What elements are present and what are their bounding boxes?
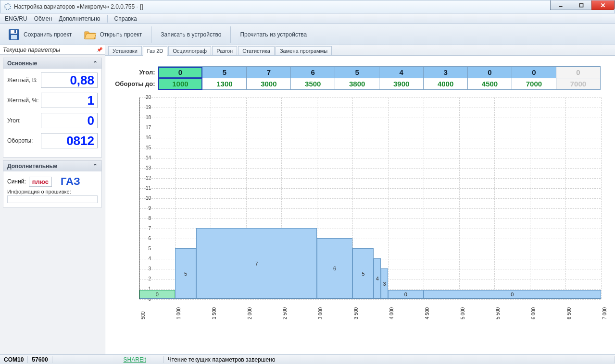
grid-rpm-cell[interactable]: 3500 xyxy=(291,78,335,90)
write-device-button[interactable]: Записать в устройство xyxy=(156,29,226,40)
grid-rpm-cell[interactable]: 4000 xyxy=(424,78,468,90)
section-main-title: Основные xyxy=(7,60,37,67)
chart-bar: 7 xyxy=(196,228,317,299)
grid-rpm-cell[interactable]: 3800 xyxy=(335,78,379,90)
status-message: Чтение текущих параметров завершено xyxy=(164,356,615,363)
chart-bar: 3 xyxy=(381,268,388,299)
grid-angle-cell[interactable]: 0 xyxy=(512,67,556,78)
grid-rpm-cell[interactable]: 3900 xyxy=(379,78,424,90)
grid-rpm-cell[interactable]: 1300 xyxy=(202,78,247,90)
yellow-pct-value: 1 xyxy=(41,93,98,108)
gas-label: ГАЗ xyxy=(61,175,80,188)
firmware-info-label: Информация о прошивке: xyxy=(7,189,98,194)
grid-angle-cell[interactable]: 0 xyxy=(556,67,600,78)
chart-bar: 4 xyxy=(374,258,381,299)
angle-value: 0 xyxy=(41,113,98,128)
chart-area: 01234567891011121314151617181920 0576543… xyxy=(105,93,615,302)
menubar: ENG/RU Обмен Дополнительно Справка xyxy=(0,13,615,24)
maximize-button[interactable] xyxy=(571,0,592,10)
chart-bar: 5 xyxy=(352,248,374,299)
svg-rect-6 xyxy=(11,35,17,39)
menu-extra[interactable]: Дополнительно xyxy=(59,15,100,22)
tab-Статистика[interactable]: Статистика xyxy=(238,46,275,55)
section-main: Основные ⌃ Желтый, В: 0,88 Желтый, %: 1 … xyxy=(3,58,102,158)
write-device-label: Записать в устройство xyxy=(161,31,221,38)
grid-angle-cell[interactable]: 0 xyxy=(158,67,202,78)
chart-bar: 5 xyxy=(175,248,196,299)
menu-help[interactable]: Справка xyxy=(114,15,137,22)
status-com: COM10 xyxy=(0,356,28,363)
window-titlebar: Настройка вариаторов «Микролуч» 2.0.0.75… xyxy=(0,0,615,13)
yellow-v-value: 0,88 xyxy=(41,73,98,88)
chart-bar: 0 xyxy=(139,290,175,299)
open-project-label: Открыть проект xyxy=(100,31,142,38)
menu-separator xyxy=(107,15,108,23)
grid-rpm-cell[interactable]: 1000 xyxy=(158,78,202,90)
read-device-button[interactable]: Прочитать из устройства xyxy=(236,29,311,40)
firmware-info-value xyxy=(7,195,98,203)
sidebar: Текущие параметры 📌 Основные ⌃ Желтый, В… xyxy=(0,45,105,354)
grid-rpm-cell[interactable]: 4500 xyxy=(468,78,512,90)
param-yellow-v: Желтый, В: 0,88 xyxy=(7,73,98,88)
section-main-header[interactable]: Основные ⌃ xyxy=(3,58,101,69)
blue-label: Синий: xyxy=(7,178,26,185)
toolbar: Сохранить проект Открыть проект Записать… xyxy=(0,24,615,45)
status-shareit[interactable]: SHAREit xyxy=(106,356,164,363)
tab-Разгон[interactable]: Разгон xyxy=(212,46,237,55)
section-extra: Дополнительные ⌃ Синий: плюс ГАЗ Информа… xyxy=(3,160,102,207)
sidebar-title-label: Текущие параметры xyxy=(3,47,60,53)
grid-angle-cell[interactable]: 7 xyxy=(247,67,291,78)
rpm-value: 0812 xyxy=(41,133,98,148)
window-title: Настройка вариаторов «Микролуч» 2.0.0.75… xyxy=(14,3,143,10)
svg-rect-7 xyxy=(14,30,16,33)
chart-bar: 0 xyxy=(424,290,601,299)
read-device-label: Прочитать из устройства xyxy=(240,31,307,38)
grid-angle-cell[interactable]: 6 xyxy=(291,67,335,78)
grid-angle-cell[interactable]: 5 xyxy=(335,67,379,78)
param-angle: Угол: 0 xyxy=(7,113,98,128)
chart-bar: 0 xyxy=(388,290,424,299)
yellow-v-label: Желтый, В: xyxy=(7,77,40,84)
open-project-button[interactable]: Открыть проект xyxy=(79,25,146,44)
tab-Осциллограф[interactable]: Осциллограф xyxy=(168,46,211,55)
tab-Установки[interactable]: Установки xyxy=(108,46,142,55)
grid-angle-cell[interactable]: 4 xyxy=(379,67,424,78)
menu-lang[interactable]: ENG/RU xyxy=(5,15,27,22)
toolbar-separator xyxy=(230,26,231,43)
floppy-icon xyxy=(7,28,21,41)
main-area: УстановкиГаз 2DОсциллографРазгонСтатисти… xyxy=(105,45,615,354)
grid-rpm-cell[interactable]: 7000 xyxy=(512,78,556,90)
section-extra-header[interactable]: Дополнительные ⌃ xyxy=(3,161,101,171)
save-project-button[interactable]: Сохранить проект xyxy=(3,25,76,44)
grid-angle-label: Угол: xyxy=(112,67,158,78)
rpm-label: Обороты: xyxy=(7,137,40,144)
pin-icon[interactable]: 📌 xyxy=(96,47,102,52)
grid-rpm-cell[interactable]: 3000 xyxy=(247,78,291,90)
chart: 01234567891011121314151617181920 0576543… xyxy=(139,97,601,299)
toolbar-separator xyxy=(151,26,151,43)
collapse-icon: ⌃ xyxy=(93,163,98,170)
menu-exchange[interactable]: Обмен xyxy=(34,15,52,22)
tab-Газ 2D[interactable]: Газ 2D xyxy=(143,46,168,56)
angle-label: Угол: xyxy=(7,117,40,124)
tab-Замена программы[interactable]: Замена программы xyxy=(276,46,332,55)
data-grid: Угол:0576543000Обороты до:10001300300035… xyxy=(105,56,615,93)
grid-angle-cell[interactable]: 0 xyxy=(468,67,512,78)
statusbar: COM10 57600 SHAREit Чтение текущих парам… xyxy=(0,354,615,364)
svg-rect-5 xyxy=(11,30,17,34)
blue-value: плюс xyxy=(29,177,52,187)
grid-angle-cell[interactable]: 5 xyxy=(202,67,247,78)
close-button[interactable] xyxy=(591,0,615,10)
tabstrip: УстановкиГаз 2DОсциллографРазгонСтатисти… xyxy=(105,45,615,56)
data-grid-table[interactable]: Угол:0576543000Обороты до:10001300300035… xyxy=(112,66,601,90)
status-baud: 57600 xyxy=(28,356,52,363)
grid-rpm-cell[interactable]: 7000 xyxy=(556,78,600,90)
grid-angle-cell[interactable]: 3 xyxy=(424,67,468,78)
save-project-label: Сохранить проект xyxy=(24,31,72,38)
minimize-button[interactable] xyxy=(550,0,571,10)
sidebar-title: Текущие параметры 📌 xyxy=(0,45,105,55)
svg-rect-1 xyxy=(579,3,583,7)
section-extra-title: Дополнительные xyxy=(7,163,57,170)
collapse-icon: ⌃ xyxy=(93,60,98,67)
chart-bar: 6 xyxy=(317,238,352,299)
